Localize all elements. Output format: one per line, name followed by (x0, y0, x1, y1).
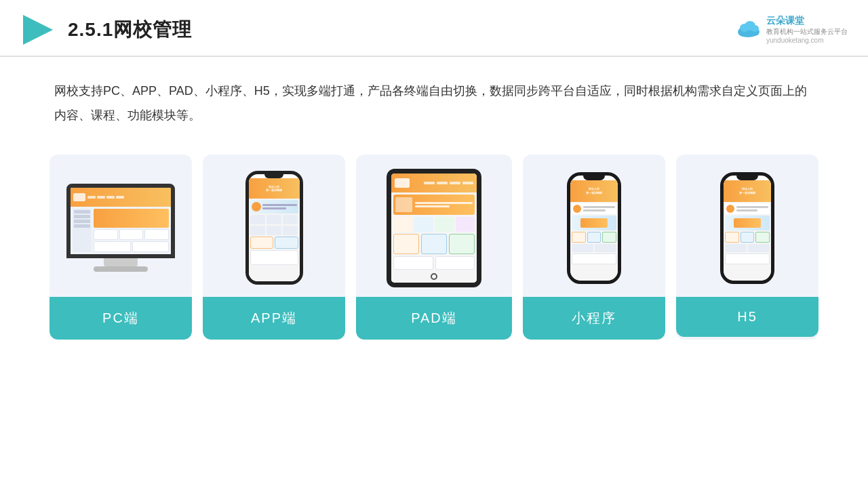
h5-device: 职达人的第一堂训哦课 (720, 172, 774, 284)
card-pc-label: PC端 (50, 297, 192, 340)
card-h5-label: H5 (676, 297, 818, 337)
cards-container: PC端 职达人的第一堂训哦课 (0, 141, 868, 360)
card-app: 职达人的第一堂训哦课 (203, 155, 345, 340)
svg-point-7 (751, 25, 759, 32)
page-title: 2.5.1网校管理 (68, 17, 192, 43)
card-miniapp-label: 小程序 (523, 297, 665, 340)
card-pc-image (50, 155, 192, 297)
card-miniapp-image: 职达人的第一堂训哦课 (523, 155, 665, 297)
play-icon (20, 12, 56, 47)
card-pad: PAD端 (356, 155, 512, 340)
cloud-logo-icon (735, 20, 761, 40)
pad-device (387, 169, 481, 287)
card-h5: 职达人的第一堂训哦课 (676, 155, 818, 340)
miniapp-device: 职达人的第一堂训哦课 (567, 172, 621, 284)
card-app-image: 职达人的第一堂训哦课 (203, 155, 345, 297)
logo-tagline: 教育机构一站式服务云平台 yunduoketang.com (766, 27, 848, 45)
app-device: 职达人的第一堂训哦课 (245, 171, 303, 285)
card-miniapp: 职达人的第一堂训哦课 (523, 155, 665, 340)
pc-device (66, 184, 175, 272)
header: 2.5.1网校管理 云朵课堂 教育机构一站式服务云平台 yunduoketang… (0, 0, 868, 57)
header-left: 2.5.1网校管理 (20, 12, 192, 47)
description-text: 网校支持PC、APP、PAD、小程序、H5，实现多端打通，产品各终端自由切换，数… (0, 57, 868, 141)
logo-text-area: 云朵课堂 教育机构一站式服务云平台 yunduoketang.com (766, 15, 848, 45)
card-pad-image (356, 155, 512, 297)
svg-marker-0 (23, 15, 53, 45)
card-pad-label: PAD端 (356, 297, 512, 340)
card-pc: PC端 (50, 155, 192, 340)
logo-area: 云朵课堂 教育机构一站式服务云平台 yunduoketang.com (735, 15, 848, 45)
card-h5-image: 职达人的第一堂训哦课 (676, 155, 818, 297)
logo-brand: 云朵课堂 (766, 15, 848, 27)
card-app-label: APP端 (203, 297, 345, 340)
